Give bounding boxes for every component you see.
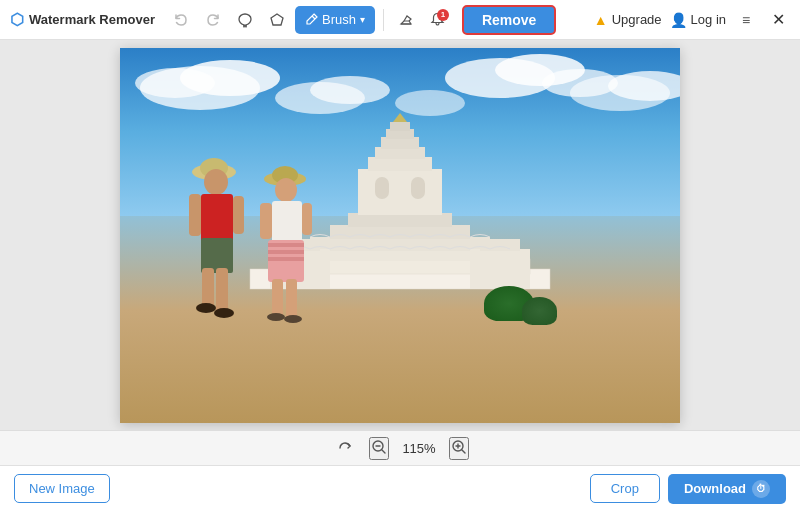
svg-marker-25 — [393, 113, 407, 122]
titlebar: ⬡ Watermark Remover — [0, 0, 800, 40]
logo-icon: ⬡ — [10, 10, 24, 29]
svg-rect-38 — [216, 268, 228, 313]
svg-rect-49 — [268, 250, 304, 254]
svg-rect-36 — [201, 238, 233, 273]
app-title: Watermark Remover — [29, 12, 155, 27]
upgrade-icon: ▲ — [594, 12, 608, 28]
svg-point-55 — [267, 313, 285, 321]
new-image-button[interactable]: New Image — [14, 474, 110, 503]
main-canvas-area — [0, 40, 800, 430]
main-image[interactable] — [120, 48, 680, 423]
svg-line-63 — [462, 450, 465, 453]
zoom-out-button[interactable] — [369, 437, 389, 460]
svg-point-4 — [135, 68, 215, 98]
right-bottom-group: Crop Download ⏱ — [590, 474, 786, 504]
right-actions: ▲ Upgrade 👤 Log in ≡ ✕ — [594, 8, 790, 32]
svg-rect-37 — [202, 268, 214, 308]
eraser-button[interactable] — [392, 6, 420, 34]
svg-rect-18 — [348, 213, 452, 227]
svg-rect-27 — [470, 249, 530, 289]
crop-button[interactable]: Crop — [590, 474, 660, 503]
login-label: Log in — [691, 12, 726, 27]
zoom-level: 115% — [399, 441, 439, 456]
redo-button[interactable] — [199, 6, 227, 34]
zoom-in-button[interactable] — [449, 437, 469, 460]
lasso-button[interactable] — [231, 6, 259, 34]
notification-badge: 1 — [437, 9, 449, 21]
svg-rect-39 — [189, 194, 201, 236]
svg-line-59 — [382, 450, 385, 453]
svg-point-41 — [196, 303, 216, 313]
svg-rect-51 — [272, 279, 283, 317]
login-icon: 👤 — [670, 12, 687, 28]
app-logo: ⬡ Watermark Remover — [10, 10, 155, 29]
svg-rect-48 — [268, 243, 304, 247]
svg-rect-53 — [260, 203, 272, 239]
bush2 — [522, 297, 557, 325]
download-label: Download — [684, 481, 746, 496]
polygon-button[interactable] — [263, 6, 291, 34]
svg-point-42 — [214, 308, 234, 318]
svg-rect-29 — [480, 239, 520, 251]
zoom-bar: 115% — [0, 430, 800, 465]
svg-rect-54 — [302, 203, 312, 235]
svg-rect-50 — [268, 257, 304, 261]
svg-rect-31 — [411, 177, 425, 199]
svg-point-45 — [275, 178, 297, 202]
upgrade-button[interactable]: ▲ Upgrade — [594, 12, 662, 28]
new-image-label: New Image — [29, 481, 95, 496]
undo-button[interactable] — [167, 6, 195, 34]
person2-svg — [243, 155, 333, 340]
crop-label: Crop — [611, 481, 639, 496]
remove-label: Remove — [482, 12, 536, 28]
svg-rect-52 — [286, 279, 297, 319]
svg-rect-16 — [310, 237, 490, 251]
login-button[interactable]: 👤 Log in — [670, 12, 726, 28]
svg-marker-0 — [271, 14, 283, 25]
notification-button[interactable]: 1 — [424, 6, 452, 34]
upgrade-label: Upgrade — [612, 12, 662, 27]
toolbar-separator — [383, 9, 384, 31]
svg-point-34 — [204, 169, 228, 195]
svg-rect-20 — [368, 157, 432, 171]
brush-button[interactable]: Brush ▾ — [295, 6, 375, 34]
brush-caret: ▾ — [360, 14, 365, 25]
brush-label: Brush — [322, 12, 356, 27]
menu-icon: ≡ — [742, 12, 750, 28]
svg-rect-19 — [358, 169, 442, 215]
image-container — [120, 48, 680, 423]
download-button[interactable]: Download ⏱ — [668, 474, 786, 504]
toolbar: Brush ▾ 1 Remove — [167, 5, 594, 35]
svg-rect-30 — [375, 177, 389, 199]
remove-button[interactable]: Remove — [462, 5, 556, 35]
svg-rect-24 — [390, 122, 410, 131]
rotate-button[interactable] — [331, 434, 359, 462]
bottom-bar: New Image Crop Download ⏱ — [0, 465, 800, 511]
svg-point-56 — [284, 315, 302, 323]
svg-point-6 — [310, 76, 390, 104]
svg-rect-35 — [201, 194, 233, 244]
close-icon: ✕ — [772, 10, 785, 29]
close-button[interactable]: ✕ — [766, 8, 790, 32]
menu-button[interactable]: ≡ — [734, 8, 758, 32]
download-clock-icon: ⏱ — [752, 480, 770, 498]
